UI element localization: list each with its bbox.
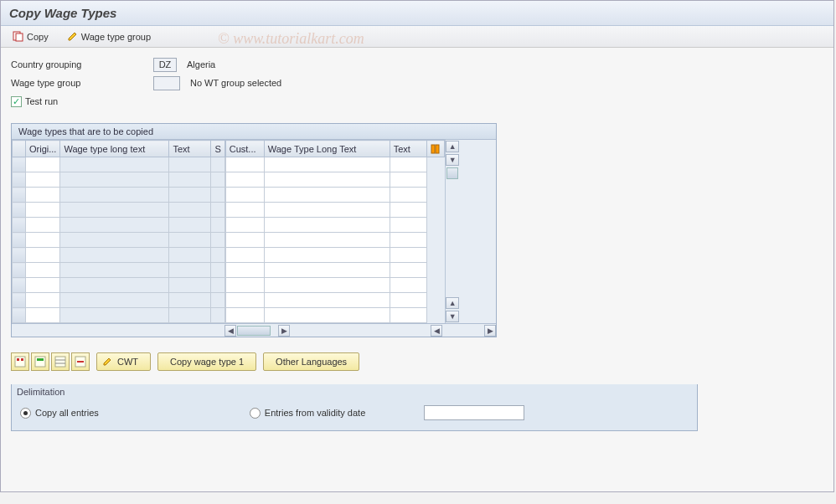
wage-type-group-button[interactable]: Wage type group xyxy=(62,29,156,44)
grid-icon-button[interactable] xyxy=(51,352,70,371)
col-wt-long-text-left[interactable]: Wage type long text xyxy=(60,141,169,157)
scroll-up-button[interactable]: ▲ xyxy=(446,141,459,152)
scroll-down-button[interactable]: ▼ xyxy=(446,154,459,166)
col-customer[interactable]: Cust... xyxy=(225,141,264,157)
table-row[interactable] xyxy=(13,188,225,203)
svg-rect-3 xyxy=(436,145,439,153)
col-s[interactable]: S xyxy=(211,141,224,157)
table-row[interactable] xyxy=(225,248,444,263)
other-languages-label: Other Languages xyxy=(276,357,347,367)
country-grouping-label: Country grouping xyxy=(11,59,153,69)
scroll-up-button-2[interactable]: ▲ xyxy=(446,297,459,309)
table-row[interactable] xyxy=(13,233,225,248)
hscroll-thumb-left[interactable] xyxy=(237,326,271,336)
table-row[interactable] xyxy=(13,203,225,218)
copy-all-entries-radio[interactable] xyxy=(20,408,31,419)
table-settings-icon xyxy=(431,144,441,154)
copy-button-label: Copy xyxy=(27,32,49,42)
table-row[interactable] xyxy=(225,188,444,203)
scroll-track[interactable] xyxy=(446,167,459,296)
table-row[interactable] xyxy=(13,263,225,278)
svg-rect-8 xyxy=(37,358,44,361)
col-original[interactable]: Origi... xyxy=(26,141,60,157)
country-grouping-desc: Algeria xyxy=(187,59,215,69)
wage-types-table-section: Wage types that are to be copied Origi..… xyxy=(11,123,497,337)
hscroll-left[interactable]: ◀ ▶ xyxy=(224,324,290,337)
delimitation-title: Delimitation xyxy=(12,384,697,401)
hscroll-left-button-2[interactable]: ◀ xyxy=(431,325,442,337)
delete-row-icon xyxy=(75,356,86,368)
table-row[interactable] xyxy=(225,203,444,218)
table-row[interactable] xyxy=(13,248,225,263)
select-all-icon xyxy=(14,356,26,368)
wage-type-group-input[interactable] xyxy=(153,76,180,90)
table-row[interactable] xyxy=(225,293,444,308)
svg-rect-7 xyxy=(35,357,45,367)
validity-date-input[interactable] xyxy=(424,405,524,420)
table-row[interactable] xyxy=(225,218,444,233)
table-row[interactable] xyxy=(13,172,225,188)
wage-type-group-label: Wage type group xyxy=(11,78,153,88)
copy-wage-type-1-button[interactable]: Copy wage type 1 xyxy=(157,352,256,371)
copy-all-entries-label: Copy all entries xyxy=(35,408,99,418)
entries-from-date-radio[interactable] xyxy=(250,408,261,419)
app-toolbar: Copy Wage type group xyxy=(1,26,833,48)
table-row[interactable] xyxy=(225,233,444,248)
copy-button[interactable]: Copy xyxy=(8,29,54,44)
table-row[interactable] xyxy=(225,157,444,172)
col-wt-long-text-right[interactable]: Wage Type Long Text xyxy=(264,141,390,157)
page-title: Copy Wage Types xyxy=(1,1,833,26)
svg-rect-9 xyxy=(55,357,65,367)
grid-icon xyxy=(54,356,66,368)
svg-rect-2 xyxy=(431,145,435,153)
table-row[interactable] xyxy=(13,218,225,233)
other-languages-button[interactable]: Other Languages xyxy=(263,352,359,371)
selection-form: Country grouping Algeria Wage type group… xyxy=(1,48,833,116)
deselect-all-button[interactable] xyxy=(31,352,49,371)
scroll-down-button-2[interactable]: ▼ xyxy=(446,311,459,322)
wage-types-table-title: Wage types that are to be copied xyxy=(12,124,496,140)
table-row[interactable] xyxy=(13,278,225,293)
wage-type-group-button-label: Wage type group xyxy=(81,32,151,42)
svg-rect-1 xyxy=(16,33,23,41)
select-all-button[interactable] xyxy=(11,352,29,371)
hscroll-left-button[interactable]: ◀ xyxy=(224,325,236,337)
cwt-button-label: CWT xyxy=(117,357,138,367)
svg-rect-6 xyxy=(21,358,23,361)
table-row[interactable] xyxy=(225,172,444,188)
entries-from-date-label: Entries from validity date xyxy=(265,408,365,418)
delimitation-group: Delimitation Copy all entries Entries fr… xyxy=(11,384,698,431)
vertical-scrollbar[interactable]: ▲ ▼ ▲ ▼ xyxy=(445,140,460,323)
svg-rect-5 xyxy=(17,358,19,361)
table-row[interactable] xyxy=(13,157,225,172)
delete-row-button[interactable] xyxy=(71,352,90,371)
svg-rect-13 xyxy=(77,361,84,363)
table-row[interactable] xyxy=(13,293,225,308)
copy-wage-type-1-label: Copy wage type 1 xyxy=(170,357,244,367)
wage-types-grid-right[interactable]: Cust... Wage Type Long Text Text xyxy=(225,140,445,323)
wage-types-grid-left[interactable]: Origi... Wage type long text Text S xyxy=(12,140,225,323)
table-config-button[interactable] xyxy=(426,141,444,157)
action-button-row: CWT Copy wage type 1 Other Languages xyxy=(1,344,833,379)
table-row[interactable] xyxy=(225,308,444,323)
scroll-thumb[interactable] xyxy=(446,167,458,179)
table-row[interactable] xyxy=(225,278,444,293)
col-text-right[interactable]: Text xyxy=(390,141,426,157)
pencil-icon xyxy=(67,31,78,42)
test-run-checkbox[interactable] xyxy=(11,96,22,107)
copy-icon xyxy=(13,31,23,42)
pencil-icon xyxy=(102,357,112,367)
table-row[interactable] xyxy=(225,263,444,278)
hscroll-right-button-2[interactable]: ▶ xyxy=(484,325,496,337)
test-run-label: Test run xyxy=(25,96,58,106)
col-text-left[interactable]: Text xyxy=(169,141,211,157)
cwt-button[interactable]: CWT xyxy=(96,352,151,371)
deselect-all-icon xyxy=(34,356,46,368)
hscroll-right-button[interactable]: ▶ xyxy=(278,325,290,337)
table-row[interactable] xyxy=(13,308,225,323)
country-grouping-input[interactable] xyxy=(153,58,177,72)
hscroll-right[interactable]: ◀ ▶ xyxy=(431,324,496,337)
wage-type-group-desc: No WT group selected xyxy=(190,78,281,88)
svg-rect-4 xyxy=(15,357,25,367)
